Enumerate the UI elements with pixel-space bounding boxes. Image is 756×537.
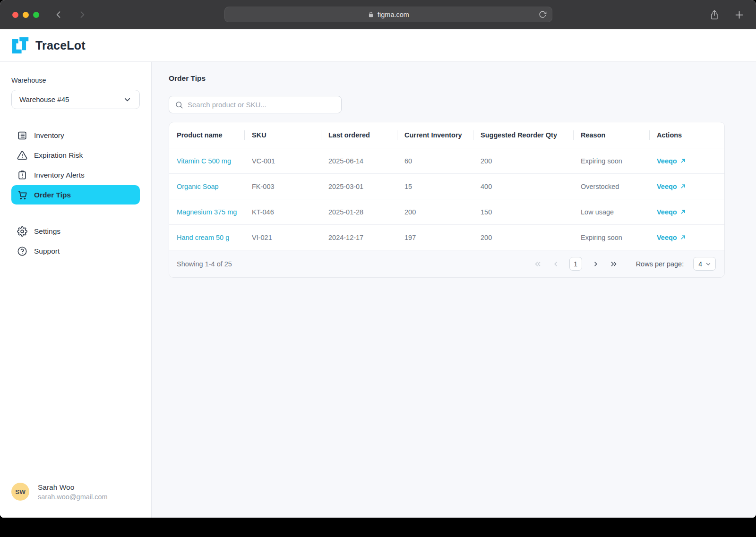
chevron-right-icon	[592, 260, 600, 268]
table-footer: Showing 1-4 of 25 1	[169, 250, 724, 277]
browser-window: figma.com TraceLot Warehouse Warehouse #	[0, 0, 756, 518]
warehouse-select-value: Warehouse #45	[19, 95, 69, 103]
user-profile[interactable]: SW Sarah Woo sarah.woo@gmail.com	[11, 483, 140, 501]
product-link[interactable]: Vitamin C 500 mg	[169, 157, 244, 165]
last-ordered-cell: 2025-03-01	[321, 183, 397, 190]
veeqo-link[interactable]: Veeqo	[657, 234, 686, 241]
current-inventory-cell: 60	[397, 157, 473, 165]
warehouse-select[interactable]: Warehouse #45	[11, 90, 140, 109]
share-button[interactable]	[710, 9, 719, 20]
table-header-row: Product name SKU Last ordered Current In…	[169, 122, 724, 148]
search-input[interactable]	[188, 101, 335, 109]
order-tips-table: Product name SKU Last ordered Current In…	[169, 122, 725, 278]
warehouse-label: Warehouse	[11, 77, 140, 84]
arrow-up-right-icon	[680, 158, 686, 164]
rows-per-page-select[interactable]: 4	[693, 257, 716, 271]
url-bar[interactable]: figma.com	[224, 7, 552, 22]
arrow-up-right-icon	[680, 183, 686, 189]
arrow-up-right-icon	[680, 234, 686, 240]
suggested-reorder-cell: 150	[473, 208, 573, 216]
column-header: Suggested Reorder Qty	[473, 122, 573, 148]
search-box	[169, 96, 342, 113]
veeqo-label: Veeqo	[657, 157, 677, 165]
avatar: SW	[11, 483, 29, 501]
sku-cell: KT-046	[244, 208, 321, 216]
chevron-left-icon	[54, 10, 63, 19]
suggested-reorder-cell: 200	[473, 157, 573, 165]
table-row: Organic Soap FK-003 2025-03-01 15 400 Ov…	[169, 173, 724, 199]
app-header: TraceLot	[0, 29, 756, 62]
lock-icon	[368, 11, 374, 18]
browser-chrome: figma.com	[0, 0, 756, 29]
column-header: Current Inventory	[397, 122, 473, 148]
chevron-down-icon	[705, 261, 712, 267]
suggested-reorder-cell: 400	[473, 183, 573, 190]
veeqo-link[interactable]: Veeqo	[657, 183, 686, 190]
table-row: Vitamin C 500 mg VC-001 2025-06-14 60 20…	[169, 148, 724, 173]
zoom-window-button[interactable]	[33, 12, 39, 18]
table-row: Magnesium 375 mg KT-046 2025-01-28 200 1…	[169, 199, 724, 224]
inventory-list-icon	[17, 130, 27, 141]
chevrons-left-icon	[533, 260, 542, 268]
previous-page-button[interactable]	[551, 260, 560, 268]
next-page-button[interactable]	[592, 260, 600, 268]
chevron-left-icon	[551, 260, 560, 268]
column-header: Actions	[649, 122, 724, 148]
reason-cell: Expiring soon	[573, 157, 649, 165]
last-page-button[interactable]	[610, 260, 618, 268]
reason-cell: Expiring soon	[573, 234, 649, 241]
rows-per-page-label: Rows per page:	[636, 260, 684, 268]
sku-cell: VI-021	[244, 234, 321, 241]
refresh-button[interactable]	[539, 10, 547, 18]
sidebar-item-inventory-alerts[interactable]: Inventory Alerts	[11, 165, 140, 185]
sidebar-item-label: Expiration Risk	[34, 151, 83, 160]
showing-count: Showing 1-4 of 25	[177, 260, 232, 268]
veeqo-label: Veeqo	[657, 208, 677, 216]
current-inventory-cell: 200	[397, 208, 473, 216]
cart-icon	[17, 190, 27, 200]
sidebar-item-settings[interactable]: Settings	[11, 222, 140, 241]
sidebar-item-inventory[interactable]: Inventory	[11, 126, 140, 145]
gear-icon	[17, 226, 27, 237]
user-name: Sarah Woo	[38, 483, 108, 492]
veeqo-link[interactable]: Veeqo	[657, 157, 686, 165]
warning-triangle-icon	[17, 150, 27, 161]
reason-cell: Overstocked	[573, 183, 649, 190]
product-link[interactable]: Organic Soap	[169, 183, 244, 190]
sidebar-item-label: Inventory	[34, 131, 64, 140]
new-tab-button[interactable]	[734, 10, 744, 20]
arrow-up-right-icon	[680, 209, 686, 215]
suggested-reorder-cell: 200	[473, 234, 573, 241]
help-circle-icon	[17, 246, 27, 256]
sidebar-item-expiration-risk[interactable]: Expiration Risk	[11, 145, 140, 165]
table-row: Hand cream 50 g VI-021 2024-12-17 197 20…	[169, 224, 724, 250]
back-button[interactable]	[54, 10, 63, 19]
product-link[interactable]: Hand cream 50 g	[169, 234, 244, 241]
brand-name: TraceLot	[35, 39, 86, 52]
forward-button[interactable]	[77, 10, 87, 19]
reason-cell: Low usage	[573, 208, 649, 216]
sidebar-item-label: Settings	[34, 227, 60, 236]
column-header: SKU	[244, 122, 321, 148]
sidebar-item-support[interactable]: Support	[11, 241, 140, 261]
first-page-button[interactable]	[533, 260, 542, 268]
user-email: sarah.woo@gmail.com	[38, 493, 108, 501]
share-icon	[710, 9, 719, 20]
veeqo-label: Veeqo	[657, 183, 677, 190]
clipboard-alert-icon	[17, 170, 27, 180]
rows-per-page-value: 4	[698, 260, 702, 268]
minimize-window-button[interactable]	[23, 12, 29, 18]
column-header: Last ordered	[321, 122, 397, 148]
veeqo-link[interactable]: Veeqo	[657, 208, 686, 216]
last-ordered-cell: 2025-06-14	[321, 157, 397, 165]
sku-cell: VC-001	[244, 157, 321, 165]
traffic-lights	[12, 0, 39, 29]
sidebar-item-order-tips[interactable]: Order Tips	[11, 185, 140, 205]
sidebar-nav: Inventory Expiration Risk Inventory	[11, 126, 140, 261]
close-window-button[interactable]	[12, 12, 18, 18]
last-ordered-cell: 2024-12-17	[321, 234, 397, 241]
product-link[interactable]: Magnesium 375 mg	[169, 208, 244, 216]
current-page-indicator[interactable]: 1	[569, 257, 582, 271]
tracelot-logo-icon	[11, 36, 29, 54]
column-header: Reason	[573, 122, 649, 148]
